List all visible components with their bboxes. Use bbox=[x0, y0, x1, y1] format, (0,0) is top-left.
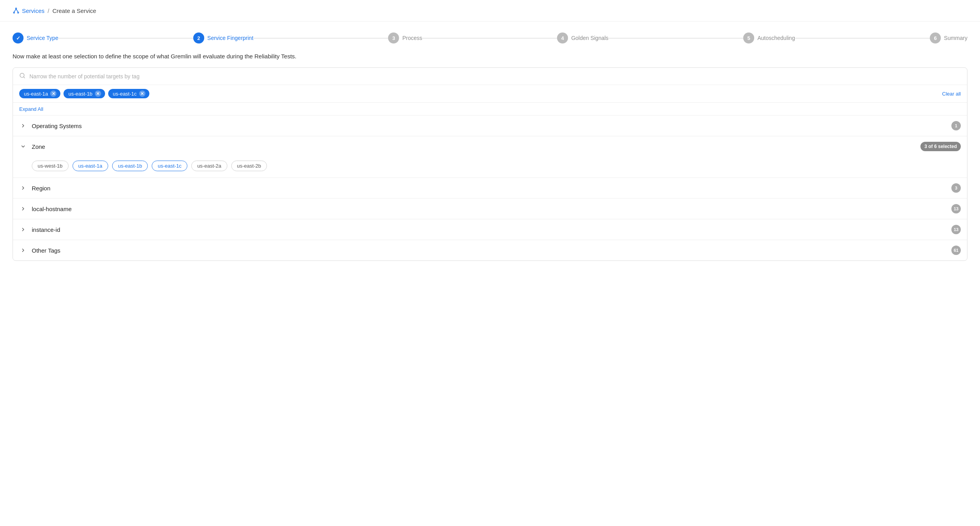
step-2: 2 Service Fingerprint bbox=[193, 33, 254, 43]
accordion-zone-title: Zone bbox=[32, 143, 45, 150]
accordion-region-badge: 3 bbox=[951, 183, 961, 193]
accordion-os-badge: 1 bbox=[951, 121, 961, 130]
chevron-right-icon bbox=[19, 184, 27, 192]
accordion-os-header[interactable]: Operating Systems 1 bbox=[13, 116, 967, 136]
accordion-zone-body: us-west-1b us-east-1a us-east-1b us-east… bbox=[13, 157, 967, 177]
step-6-label: Summary bbox=[944, 35, 967, 41]
step-2-circle: 2 bbox=[193, 33, 204, 43]
zone-option-us-east-1a[interactable]: us-east-1a bbox=[73, 161, 108, 171]
clear-all-button[interactable]: Clear all bbox=[942, 91, 961, 97]
step-4-circle: 4 bbox=[557, 33, 568, 43]
tag-label: us-east-1b bbox=[68, 91, 92, 97]
step-1-circle: ✓ bbox=[13, 33, 24, 43]
accordion-other-tags-header[interactable]: Other Tags 61 bbox=[13, 240, 967, 260]
step-2-label: Service Fingerprint bbox=[207, 35, 254, 41]
accordion-other-tags-title: Other Tags bbox=[32, 247, 60, 254]
expand-all-button[interactable]: Expand All bbox=[19, 106, 43, 112]
accordion-local-hostname-badge: 13 bbox=[951, 204, 961, 213]
step-1-label: Service Type bbox=[27, 35, 58, 41]
accordion-zone-badge: 3 of 6 selected bbox=[920, 142, 961, 151]
services-link[interactable]: Services bbox=[13, 7, 45, 14]
accordion-operating-systems: Operating Systems 1 bbox=[13, 116, 967, 136]
tags-row: us-east-1a ✕ us-east-1b ✕ us-east-1c ✕ C… bbox=[13, 85, 967, 103]
tag-close-icon[interactable]: ✕ bbox=[139, 90, 145, 97]
zone-option-us-west-1b[interactable]: us-west-1b bbox=[32, 161, 69, 171]
filter-box: us-east-1a ✕ us-east-1b ✕ us-east-1c ✕ C… bbox=[13, 67, 967, 261]
step-4: 4 Golden Signals bbox=[557, 33, 608, 43]
chevron-right-icon bbox=[19, 122, 27, 130]
step-1: ✓ Service Type bbox=[13, 33, 58, 43]
step-5: 5 Autoscheduling bbox=[743, 33, 795, 43]
main-content: Now make at least one selection to defin… bbox=[0, 51, 980, 273]
accordion-instance-id: instance-id 13 bbox=[13, 219, 967, 240]
step-connector-3 bbox=[422, 38, 557, 38]
tag-label: us-east-1a bbox=[24, 91, 48, 97]
step-connector-1 bbox=[58, 38, 193, 38]
step-5-label: Autoscheduling bbox=[757, 35, 795, 41]
chevron-right-icon bbox=[19, 205, 27, 213]
svg-line-6 bbox=[24, 77, 25, 78]
services-icon bbox=[13, 7, 20, 14]
step-connector-4 bbox=[608, 38, 743, 38]
accordion-zone: Zone 3 of 6 selected us-west-1b us-east-… bbox=[13, 136, 967, 178]
breadcrumb-separator: / bbox=[48, 7, 49, 14]
tag-us-east-1c[interactable]: us-east-1c ✕ bbox=[108, 89, 149, 98]
search-row bbox=[13, 68, 967, 85]
breadcrumb-current: Create a Service bbox=[53, 7, 96, 14]
step-5-circle: 5 bbox=[743, 33, 754, 43]
zone-option-us-east-1c[interactable]: us-east-1c bbox=[152, 161, 187, 171]
step-6: 6 Summary bbox=[930, 33, 967, 43]
step-connector-2 bbox=[253, 38, 388, 38]
tag-us-east-1b[interactable]: us-east-1b ✕ bbox=[64, 89, 105, 98]
svg-line-4 bbox=[16, 9, 18, 12]
zone-option-us-east-2a[interactable]: us-east-2a bbox=[191, 161, 227, 171]
tag-label: us-east-1c bbox=[113, 91, 137, 97]
accordion-instance-id-header[interactable]: instance-id 13 bbox=[13, 219, 967, 240]
step-6-circle: 6 bbox=[930, 33, 941, 43]
accordion-instance-id-badge: 13 bbox=[951, 225, 961, 234]
tag-close-icon[interactable]: ✕ bbox=[50, 90, 56, 97]
accordion-region-header[interactable]: Region 3 bbox=[13, 178, 967, 198]
accordion-local-hostname-header[interactable]: local-hostname 13 bbox=[13, 199, 967, 219]
zone-option-us-east-1b[interactable]: us-east-1b bbox=[112, 161, 148, 171]
step-3-label: Process bbox=[402, 35, 422, 41]
services-label: Services bbox=[22, 7, 45, 14]
step-3: 3 Process bbox=[388, 33, 422, 43]
accordion-other-tags: Other Tags 61 bbox=[13, 240, 967, 260]
step-connector-5 bbox=[795, 38, 930, 38]
zone-option-us-east-2b[interactable]: us-east-2b bbox=[231, 161, 267, 171]
stepper: ✓ Service Type 2 Service Fingerprint 3 P… bbox=[0, 22, 980, 51]
breadcrumb: Services / Create a Service bbox=[0, 0, 980, 22]
tag-us-east-1a[interactable]: us-east-1a ✕ bbox=[19, 89, 60, 98]
search-icon bbox=[19, 72, 25, 80]
tag-close-icon[interactable]: ✕ bbox=[95, 90, 101, 97]
accordion-region-title: Region bbox=[32, 185, 51, 192]
accordion-other-tags-badge: 61 bbox=[951, 246, 961, 255]
chevron-right-icon bbox=[19, 226, 27, 233]
expand-row: Expand All bbox=[13, 103, 967, 116]
step-3-circle: 3 bbox=[388, 33, 399, 43]
accordion-local-hostname-title: local-hostname bbox=[32, 206, 72, 212]
zone-options: us-west-1b us-east-1a us-east-1b us-east… bbox=[32, 161, 961, 171]
accordion-region: Region 3 bbox=[13, 178, 967, 199]
accordion-local-hostname: local-hostname 13 bbox=[13, 199, 967, 219]
accordion-zone-header[interactable]: Zone 3 of 6 selected bbox=[13, 136, 967, 157]
search-input[interactable] bbox=[29, 73, 961, 80]
chevron-right-icon bbox=[19, 246, 27, 254]
accordion-instance-id-title: instance-id bbox=[32, 226, 60, 233]
accordion-os-title: Operating Systems bbox=[32, 123, 82, 129]
description-text: Now make at least one selection to defin… bbox=[13, 51, 967, 60]
chevron-down-icon bbox=[19, 143, 27, 150]
svg-line-3 bbox=[14, 9, 16, 12]
step-4-label: Golden Signals bbox=[571, 35, 608, 41]
